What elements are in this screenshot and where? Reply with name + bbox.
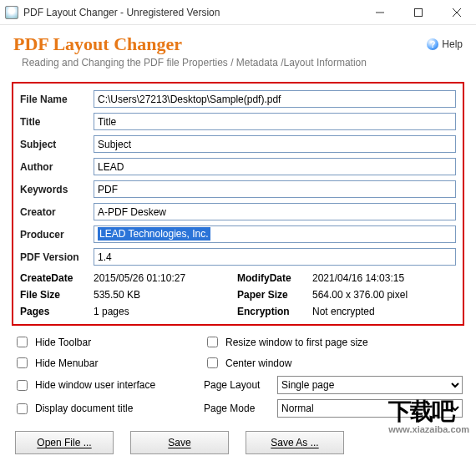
papersize-value: 564.00 x 376.00 pixel xyxy=(312,289,456,301)
filesize-label: File Size xyxy=(20,289,94,301)
svg-rect-0 xyxy=(415,8,423,16)
title-input[interactable] xyxy=(94,113,456,130)
producer-label: Producer xyxy=(20,229,94,241)
center-window-checkbox[interactable]: Center window xyxy=(204,355,463,371)
open-file-button[interactable]: Open File ... xyxy=(15,431,114,454)
pages-value: 1 pages xyxy=(94,306,237,317)
save-button[interactable]: Save xyxy=(130,431,229,454)
producer-input[interactable] xyxy=(94,225,456,243)
modifydate-value: 2021/04/16 14:03:15 xyxy=(312,272,456,284)
display-doc-title-label: Display document title xyxy=(35,403,133,414)
hide-window-ui-label: Hide window user interface xyxy=(35,379,155,391)
pagemode-select[interactable]: Normal xyxy=(277,399,463,418)
display-doc-title-input[interactable] xyxy=(17,403,28,414)
info-grid: CreateDate 2015/05/26 01:10:27 ModifyDat… xyxy=(20,272,456,317)
keywords-label: Keywords xyxy=(20,184,94,195)
display-doc-title-checkbox[interactable]: Display document title xyxy=(13,399,204,418)
createdate-value: 2015/05/26 01:10:27 xyxy=(94,272,237,284)
filesize-value: 535.50 KB xyxy=(94,289,237,301)
pagelayout-select[interactable]: Single page xyxy=(277,376,463,394)
center-window-input[interactable] xyxy=(207,357,218,368)
encryption-value: Not encrypted xyxy=(312,306,456,317)
options-area: Hide Toolbar Resize window to first page… xyxy=(13,334,463,418)
author-input[interactable] xyxy=(94,158,456,175)
save-as-button[interactable]: Save As ... xyxy=(246,431,344,454)
resize-window-input[interactable] xyxy=(207,337,218,347)
resize-window-checkbox[interactable]: Resize window to first page size xyxy=(204,334,463,350)
center-window-label: Center window xyxy=(225,357,291,369)
app-title: PDF Layout Changer xyxy=(13,33,427,55)
hide-menubar-checkbox[interactable]: Hide Menubar xyxy=(13,355,204,371)
window-titlebar: PDF Layout Changer - Unregistered Versio… xyxy=(0,0,476,25)
window-title: PDF Layout Changer - Unregistered Versio… xyxy=(23,7,361,18)
resize-window-label: Resize window to first page size xyxy=(225,337,368,348)
hide-toolbar-input[interactable] xyxy=(17,337,28,347)
hide-window-ui-input[interactable] xyxy=(17,380,28,391)
papersize-label: Paper Size xyxy=(237,289,312,301)
createdate-label: CreateDate xyxy=(20,272,94,284)
pagelayout-label: Page Layout xyxy=(204,379,271,391)
hide-menubar-label: Hide Menubar xyxy=(35,357,98,369)
hide-toolbar-label: Hide Toolbar xyxy=(35,337,91,348)
encryption-label: Encryption xyxy=(237,306,312,317)
hide-toolbar-checkbox[interactable]: Hide Toolbar xyxy=(13,334,204,350)
hide-menubar-input[interactable] xyxy=(17,357,28,368)
properties-group: File Name Title Subject Author Keywords … xyxy=(12,82,464,326)
subject-input[interactable] xyxy=(94,135,456,153)
button-bar: Open File ... Save Save As ... xyxy=(0,418,476,461)
app-icon xyxy=(5,6,18,19)
app-header: PDF Layout Changer ? Help Reading and Ch… xyxy=(0,25,476,73)
maximize-button[interactable] xyxy=(399,0,438,25)
app-subtitle: Reading and Changing the PDF file Proper… xyxy=(22,57,463,68)
minimize-button[interactable] xyxy=(361,0,399,25)
subject-label: Subject xyxy=(20,139,94,150)
author-label: Author xyxy=(20,161,94,173)
hide-window-ui-checkbox[interactable]: Hide window user interface xyxy=(13,376,204,394)
help-label: Help xyxy=(442,38,463,50)
pagemode-label: Page Mode xyxy=(204,403,271,414)
help-link[interactable]: ? Help xyxy=(427,38,463,50)
title-label: Title xyxy=(20,116,94,128)
close-button[interactable] xyxy=(438,0,476,25)
pages-label: Pages xyxy=(20,306,94,317)
pdfversion-label: PDF Version xyxy=(20,251,94,263)
creator-input[interactable] xyxy=(94,203,456,220)
filename-input[interactable] xyxy=(94,90,456,108)
pdfversion-input[interactable] xyxy=(94,248,456,266)
keywords-input[interactable] xyxy=(94,180,456,198)
creator-label: Creator xyxy=(20,206,94,218)
filename-label: File Name xyxy=(20,94,94,105)
help-icon: ? xyxy=(427,38,438,50)
modifydate-label: ModifyDate xyxy=(237,272,312,284)
